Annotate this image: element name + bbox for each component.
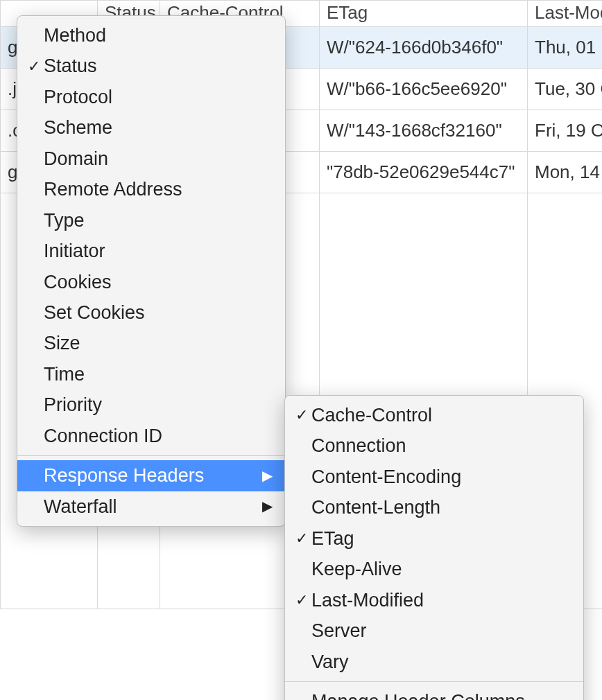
- menu-item-label: Size: [44, 331, 273, 356]
- menu-item-remote-address[interactable]: Remote Address: [17, 174, 285, 204]
- menu-item-vary[interactable]: Vary: [285, 647, 583, 677]
- menu-item-label: Time: [44, 362, 273, 387]
- cell-last: Tue, 30 O: [528, 69, 603, 110]
- menu-separator: [285, 681, 583, 682]
- cell-last: Thu, 01 N: [528, 27, 603, 69]
- check-icon: ✓: [24, 56, 44, 77]
- menu-item-domain[interactable]: Domain: [17, 143, 285, 174]
- menu-item-scheme[interactable]: Scheme: [17, 112, 285, 143]
- menu-separator: [17, 455, 285, 456]
- menu-item-label: Content-Length: [311, 495, 571, 520]
- menu-item-method[interactable]: Method: [17, 20, 285, 51]
- menu-item-label: Connection: [311, 433, 571, 458]
- menu-item-server[interactable]: Server: [285, 615, 583, 646]
- menu-item-label: Cache-Control: [311, 403, 571, 428]
- check-icon: ✓: [292, 590, 311, 611]
- menu-item-connection-id[interactable]: Connection ID: [17, 421, 285, 451]
- check-icon: ✓: [292, 405, 311, 426]
- check-icon: ✓: [292, 528, 311, 549]
- menu-item-etag[interactable]: ✓ETag: [285, 523, 583, 554]
- cell-etag: W/"b66-166c5ee6920": [320, 69, 528, 110]
- menu-item-waterfall[interactable]: Waterfall▶: [17, 491, 285, 522]
- menu-item-label: Server: [311, 618, 571, 643]
- menu-item-label: Connection ID: [44, 423, 273, 448]
- cell-last: Mon, 14 M: [528, 152, 603, 193]
- menu-item-connection[interactable]: Connection: [285, 430, 583, 461]
- columns-context-menu: Method✓StatusProtocolSchemeDomainRemote …: [17, 15, 286, 527]
- menu-item-content-length[interactable]: Content-Length: [285, 492, 583, 523]
- menu-item-set-cookies[interactable]: Set Cookies: [17, 297, 285, 328]
- menu-item-protocol[interactable]: Protocol: [17, 82, 285, 112]
- menu-item-cache-control[interactable]: ✓Cache-Control: [285, 400, 583, 430]
- menu-item-label: Content-Encoding: [311, 464, 571, 489]
- menu-item-label: Vary: [311, 649, 571, 674]
- menu-item-label: Initiator: [44, 238, 273, 263]
- menu-item-label: Last-Modified: [311, 588, 571, 613]
- menu-item-last-modified[interactable]: ✓Last-Modified: [285, 585, 583, 615]
- col-etag[interactable]: ETag: [320, 1, 528, 27]
- menu-item-label: Cookies: [44, 270, 273, 295]
- menu-item-status[interactable]: ✓Status: [17, 51, 285, 81]
- menu-item-keep-alive[interactable]: Keep-Alive: [285, 554, 583, 584]
- menu-item-label: Response Headers: [44, 463, 246, 488]
- menu-item-response-headers[interactable]: Response Headers▶: [17, 460, 285, 491]
- menu-item-manage-header-columns[interactable]: Manage Header Columns…: [285, 686, 583, 700]
- cell-etag: "78db-52e0629e544c7": [320, 152, 528, 193]
- cell-etag: W/"624-166d0b346f0": [320, 27, 528, 69]
- menu-item-label: Priority: [44, 392, 273, 417]
- cell-last: Fri, 19 Oc: [528, 110, 603, 152]
- response-headers-submenu: ✓Cache-ControlConnectionContent-Encoding…: [284, 395, 584, 700]
- menu-item-label: Protocol: [44, 85, 273, 110]
- chevron-right-icon: ▶: [262, 497, 273, 516]
- menu-item-time[interactable]: Time: [17, 359, 285, 390]
- menu-item-cookies[interactable]: Cookies: [17, 267, 285, 297]
- menu-item-label: Waterfall: [44, 494, 246, 519]
- menu-item-content-encoding[interactable]: Content-Encoding: [285, 462, 583, 492]
- menu-item-label: Domain: [44, 146, 273, 171]
- chevron-right-icon: ▶: [262, 466, 273, 485]
- menu-item-label: ETag: [311, 526, 571, 551]
- menu-item-type[interactable]: Type: [17, 205, 285, 236]
- menu-item-label: Keep-Alive: [311, 557, 571, 581]
- menu-item-label: Set Cookies: [44, 300, 273, 325]
- menu-item-label: Scheme: [44, 115, 273, 140]
- col-last-modified[interactable]: Last-Mod: [528, 1, 603, 27]
- menu-item-priority[interactable]: Priority: [17, 390, 285, 420]
- menu-item-label: Method: [44, 23, 273, 48]
- menu-item-label: Status: [44, 53, 273, 78]
- menu-item-size[interactable]: Size: [17, 328, 285, 358]
- menu-item-label: Remote Address: [44, 177, 273, 202]
- menu-item-initiator[interactable]: Initiator: [17, 236, 285, 266]
- menu-item-label: Type: [44, 208, 273, 233]
- menu-item-label: Manage Header Columns…: [311, 689, 571, 700]
- cell-etag: W/"143-1668cf32160": [320, 110, 528, 152]
